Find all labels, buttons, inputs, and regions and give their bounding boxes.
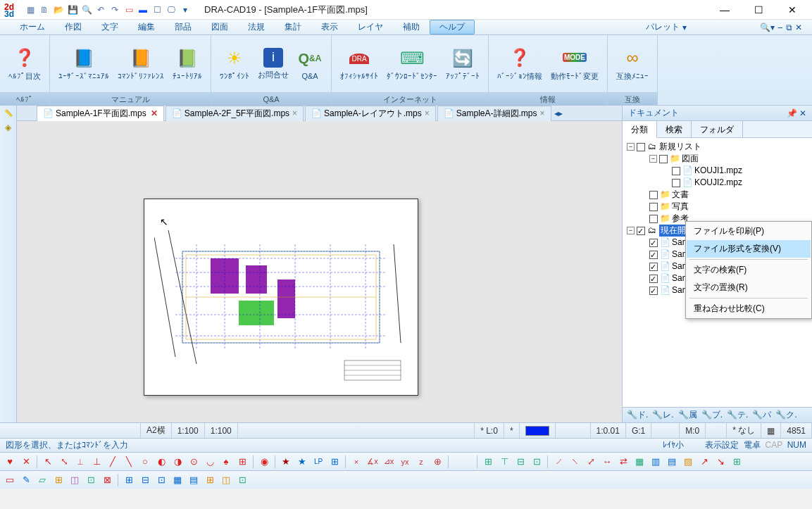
tool-icon[interactable]: ⊤ [497,455,511,469]
tool-icon[interactable]: ⊠ [100,473,114,487]
status-ratio[interactable]: 1:0.01 [591,423,626,438]
tool-icon[interactable]: ▦ [170,473,185,487]
cm-print[interactable]: ファイルを印刷(P) [687,222,811,240]
close-button[interactable]: ✕ [782,3,802,17]
close-tab-icon[interactable]: × [425,108,430,118]
tool-icon[interactable]: ⊙ [187,455,201,469]
pin-icon[interactable]: 📌 [787,108,797,118]
tool-icon[interactable]: ◑ [170,455,185,469]
tool-text[interactable]: LP [311,455,325,469]
status-tile[interactable]: ▦ [761,423,781,438]
command-ref-button[interactable]: 📙ｺﾏﾝﾄﾞﾘﾌｧﾚﾝｽ [113,44,168,83]
menu-text[interactable]: 文字 [92,20,128,34]
doc-tab[interactable]: 📄SampleA-1F平面図.mps✕ [37,106,164,121]
tool-icon[interactable]: ◡ [203,455,217,469]
tool-icon[interactable]: ✕ [19,455,33,469]
tool-icon[interactable]: ⟋ [551,455,566,469]
tool-icon[interactable]: ⊞ [203,473,217,487]
bottom-tab[interactable]: 🔧ド. [627,409,648,421]
tool-icon[interactable]: ♥ [3,455,17,469]
onepoint-button[interactable]: ☀ﾜﾝﾎﾟｲﾝﾄ [216,44,254,83]
panel-close-icon[interactable]: ✕ [799,108,806,118]
screen-icon[interactable]: ▬ [137,4,149,16]
status-m[interactable]: M:0 [680,423,706,438]
doc-tab[interactable]: 📄SampleA-2F_5F平面図.mps× [165,106,304,121]
tool-icon[interactable]: ⟍ [568,455,582,469]
collapse-icon[interactable]: − [627,143,635,151]
tool-icon[interactable]: ⤢ [584,455,598,469]
tool-icon[interactable]: ⇄ [616,455,630,469]
checkbox[interactable] [649,263,658,271]
status-count[interactable]: 4851 [781,423,812,438]
tool-icon[interactable]: ▭ [3,473,17,487]
bottom-tab[interactable]: 🔧ク. [775,409,797,421]
dropdown-icon[interactable]: ▾ [179,4,192,16]
tool-icon[interactable]: ⊟ [513,455,527,469]
monitor-icon[interactable]: 🖵 [165,4,177,16]
ruler-icon[interactable]: 📏 [4,108,12,117]
redo-icon[interactable]: ↷ [108,4,121,16]
tool-icon[interactable]: ⊕ [430,455,444,469]
doc-tab[interactable]: 📄SampleA-レイアウト.mps× [305,106,436,121]
checkbox[interactable] [659,155,668,163]
checkbox[interactable] [649,215,658,223]
tutorial-button[interactable]: 📗ﾁｭｰﾄﾘｱﾙ [168,44,206,83]
cm-overlay[interactable]: 重ね合わせ比較(C) [687,300,811,318]
maximize-button[interactable]: ☐ [749,3,768,17]
tool-icon[interactable]: ⊡ [84,473,98,487]
menu-sheet[interactable]: 図面 [201,20,238,34]
menu-regulation[interactable]: 法規 [238,20,275,34]
menu-draw[interactable]: 作図 [55,20,92,34]
mdi-minimize-icon[interactable]: ‒ [777,23,783,32]
tool-icon[interactable]: ⊞ [481,455,495,469]
find-mini-icon[interactable]: 🔍▾ [760,23,775,32]
update-button[interactable]: 🔄ｱｯﾌﾟﾃﾞｰﾄ [442,44,484,83]
display-settings[interactable]: 表示設定 [705,440,739,450]
menu-layer[interactable]: レイヤ [348,20,393,34]
status-g[interactable]: G:1 [626,423,651,438]
tool-icon[interactable]: ▤ [665,455,679,469]
mdi-restore-icon[interactable]: ⧉ [786,23,792,32]
tool-icon[interactable]: ⊞ [51,473,65,487]
tool-icon[interactable]: ↗ [697,455,711,469]
menu-help[interactable]: ヘルプ [430,20,475,34]
tool-icon[interactable]: ⊞ [235,455,249,469]
panel-tab-folder[interactable]: フォルダ [692,121,743,137]
tool-icon[interactable]: ◉ [257,455,271,469]
checkbox[interactable] [672,179,680,187]
tool-icon[interactable]: ⊞ [730,455,744,469]
checkbox[interactable] [649,239,658,247]
inquiry-button[interactable]: iお問合せ [254,45,293,83]
users-manual-button[interactable]: 📘ﾕｰｻﾞｰｽﾞﾏﾆｭｱﾙ [54,44,113,83]
status-color[interactable] [520,423,556,438]
new-icon[interactable]: 🗎 [38,4,51,16]
panel-tab-category[interactable]: 分類 [623,121,657,138]
tool-icon[interactable]: ◫ [68,473,82,487]
status-layer[interactable]: * L:0 [475,423,504,438]
tool-icon[interactable]: ▦ [632,455,647,469]
close-tab-icon[interactable]: × [292,108,297,118]
tool-icon[interactable]: ♠ [219,455,233,469]
tool-icon[interactable]: ⊞ [327,455,342,469]
download-center-button[interactable]: ⌨ﾀﾞｳﾝﾛｰﾄﾞｾﾝﾀｰ [382,44,442,83]
layer-small[interactable]: ﾚｲﾔ小 [663,440,684,450]
bottom-tab[interactable]: 🔧レ. [652,409,673,421]
bottom-tab[interactable]: 🔧属 [678,409,697,421]
tool-icon[interactable]: ◐ [154,455,168,469]
collapse-icon[interactable]: − [649,155,657,163]
status-scale1[interactable]: 1:100 [172,423,205,438]
tool-icon[interactable]: ▥ [649,455,663,469]
window-icon[interactable]: ☐ [151,4,163,16]
bottom-tab[interactable]: 🔧パ [752,409,771,421]
tool-text[interactable]: ∡x [366,455,380,469]
cm-replace[interactable]: 文字の置換(R) [687,279,811,296]
tool-icon[interactable]: ⊡ [530,455,544,469]
checkbox[interactable] [649,275,658,283]
palette-button[interactable]: パレット [646,21,680,33]
collapse-icon[interactable]: − [627,227,635,234]
menu-total[interactable]: 集計 [275,20,311,34]
tool-icon[interactable]: ⊟ [138,473,152,487]
tool-icon[interactable]: ↔ [600,455,614,469]
rect-icon[interactable]: ▭ [123,4,135,16]
panel-tab-search[interactable]: 検索 [657,121,692,137]
